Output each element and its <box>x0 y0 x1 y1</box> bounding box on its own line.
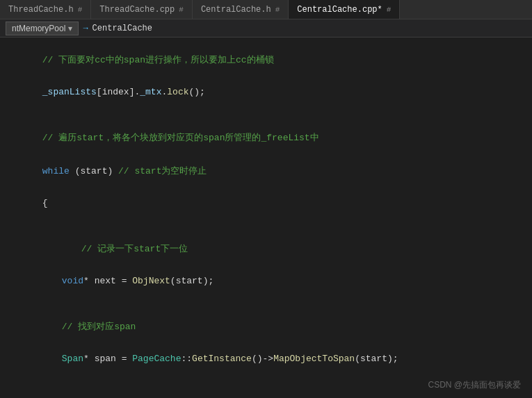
tab-threadcache-cpp[interactable]: ThreadCache.cpp # <box>91 0 193 19</box>
tab-bar: ThreadCache.h # ThreadCache.cpp # Centra… <box>0 0 532 19</box>
code-editor: // 下面要对cc中的span进行操作，所以要加上cc的桶锁 _spanList… <box>0 38 532 398</box>
dropdown-arrow-icon: ▾ <box>68 24 72 33</box>
tab-centralcache-h[interactable]: CentralCache.h # <box>193 0 289 19</box>
toolbar: ntMemoryPool ▾ → CentralCache <box>0 19 532 38</box>
tab-label: ThreadCache.cpp <box>99 5 175 15</box>
code-line: Span* span = PageCache::GetInstance()->M… <box>0 343 532 374</box>
code-text: (start); <box>170 276 213 286</box>
code-line: // 遍历start，将各个块放到对应页的span所管理的_freeList中 <box>0 121 532 154</box>
code-text: PageCache <box>132 354 181 364</box>
code-text: ()-> <box>252 354 273 364</box>
code-text: Span <box>62 354 83 364</box>
comment-text: // 记录一下start下一位 <box>62 244 188 254</box>
code-keyword: void <box>62 276 83 286</box>
tab-centralcache-cpp[interactable]: CentralCache.cpp* # <box>289 0 400 19</box>
code-line: while (start) // start为空时停止 <box>0 154 532 188</box>
empty-line <box>0 297 532 310</box>
code-text: * span = <box>83 354 132 364</box>
watermark: CSDN @先搞面包再谈爱 <box>428 379 521 391</box>
code-line: void* next = ObjNext(start); <box>0 265 532 297</box>
code-text: { <box>42 198 48 208</box>
code-line: // 下面要对cc中的span进行操作，所以要加上cc的桶锁 <box>0 43 532 76</box>
comment-text: // 找到对应span <box>62 322 136 332</box>
tab-close-icon[interactable]: # <box>275 6 280 14</box>
code-line: { <box>0 188 532 219</box>
code-keyword: while <box>42 166 70 176</box>
tab-threadcache-h[interactable]: ThreadCache.h # <box>0 0 91 19</box>
tab-label: ThreadCache.h <box>8 5 74 15</box>
code-text: (start) <box>70 166 118 176</box>
comment-text: // 下面要对cc中的span进行操作，所以要加上cc的桶锁 <box>42 55 274 65</box>
code-text: MapObjectToSpan <box>273 354 355 364</box>
empty-line <box>0 219 532 232</box>
code-text: [index]. <box>97 87 140 97</box>
comment-text: // 遍历start，将各个块放到对应页的span所管理的_freeList中 <box>42 133 319 143</box>
code-text: (); <box>189 87 205 97</box>
code-text: GetInstance <box>192 354 252 364</box>
code-line: // 记录一下start下一位 <box>0 232 532 265</box>
code-text: lock <box>167 87 188 97</box>
breadcrumb-class: CentralCache <box>92 24 152 33</box>
code-line: _spanLists[index]._mtx.lock(); <box>0 76 532 108</box>
scope-dropdown-label: ntMemoryPool <box>12 24 65 33</box>
code-text: * next = <box>83 276 132 286</box>
tab-close-icon[interactable]: # <box>179 6 184 14</box>
code-text: (start); <box>355 354 398 364</box>
code-text: :: <box>181 354 192 364</box>
breadcrumb-arrow: → <box>83 24 88 33</box>
comment-text: // start为空时停止 <box>118 166 207 176</box>
code-text: _mtx <box>140 87 161 97</box>
empty-line <box>0 108 532 121</box>
code-text: _spanLists <box>42 87 97 97</box>
tab-close-icon[interactable]: # <box>78 6 83 14</box>
code-text: ObjNext <box>132 276 170 286</box>
tab-close-icon[interactable]: # <box>387 6 392 14</box>
scope-dropdown[interactable]: ntMemoryPool ▾ <box>6 22 79 35</box>
tab-label: CentralCache.h <box>201 5 271 15</box>
code-line: // 找到对应span <box>0 310 532 343</box>
tab-label: CentralCache.cpp* <box>297 5 382 15</box>
